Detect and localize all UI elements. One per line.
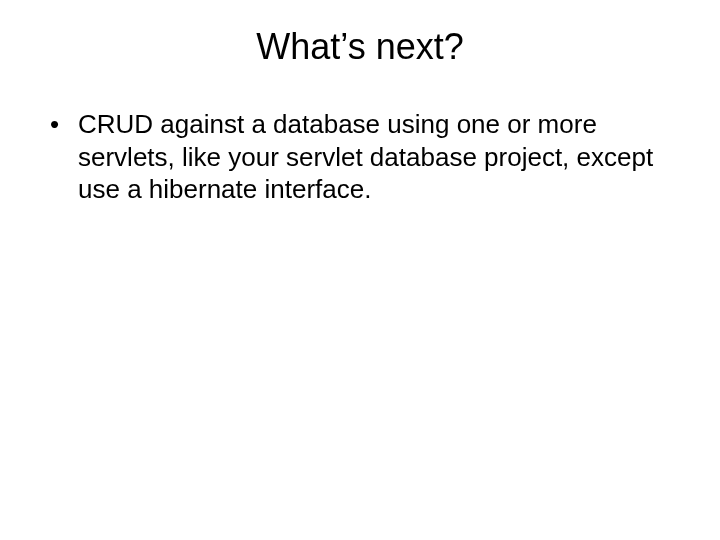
list-item: • CRUD against a database using one or m… bbox=[50, 108, 670, 206]
bullet-text: CRUD against a database using one or mor… bbox=[78, 109, 653, 204]
slide: What’s next? • CRUD against a database u… bbox=[0, 0, 720, 540]
bullet-list: • CRUD against a database using one or m… bbox=[50, 108, 670, 206]
slide-content: • CRUD against a database using one or m… bbox=[0, 78, 720, 206]
bullet-marker-icon: • bbox=[50, 108, 59, 141]
slide-title: What’s next? bbox=[0, 0, 720, 78]
